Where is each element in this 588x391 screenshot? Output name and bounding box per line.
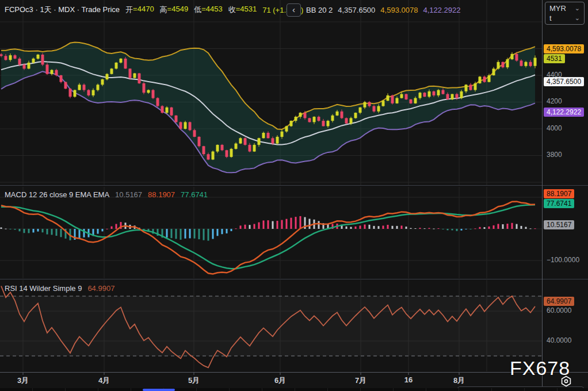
- bb-indicator-row: ‹ BB 20 2 4,357.6500 4,593.0078 4,122.29…: [287, 3, 461, 17]
- bb-upper-value: 4,593.0078: [380, 6, 418, 14]
- macd-line-value: 88.1907: [148, 190, 175, 199]
- scrollbar-thumb[interactable]: [143, 389, 175, 391]
- price-axis[interactable]: 44004200400038004,593.007845314,357.6500…: [543, 0, 588, 388]
- ohlc-pair: 开=4470: [125, 5, 154, 15]
- chevron-down-icon: ⌄: [575, 15, 580, 21]
- bottom-toolbar-strip: [0, 388, 588, 391]
- time-label-4月: 4月: [98, 375, 110, 386]
- trading-chart-app: FCPOc3 · 1天 · MDX · Trade Price 开=4470高=…: [0, 0, 588, 391]
- symbol-title[interactable]: FCPOc3 · 1天 · MDX · Trade Price: [5, 5, 120, 15]
- price-axis-tick: 4000: [547, 124, 562, 132]
- ohlc-pair: 高=4549: [160, 5, 189, 15]
- ohlc-value: =4470: [133, 5, 154, 15]
- ohlc-value: =4531: [236, 5, 257, 15]
- price-axis-tick: 3800: [547, 151, 562, 159]
- price-axis-tick: 60.0000: [547, 306, 571, 315]
- ohlc-label: 开: [125, 5, 133, 15]
- time-label-6月: 6月: [274, 375, 286, 386]
- bb-indicator-label[interactable]: BB 20 2: [306, 6, 333, 14]
- divider-main-macd: [0, 185, 588, 186]
- rsi-indicator-label[interactable]: RSI 14 Wilder Simple 9: [5, 284, 82, 293]
- last-price-badge: 4531: [544, 54, 565, 63]
- chevron-down-icon: ⌄: [575, 5, 580, 12]
- price-axis-tick: 40.0000: [547, 336, 571, 344]
- macd-indicator-header: MACD 12 26 close 9 EMA EMA 10.5167 88.19…: [5, 190, 208, 199]
- hexagon-logo-icon: [560, 375, 572, 388]
- time-axis[interactable]: 3月4月5月6月7月168月: [0, 372, 542, 388]
- chevron-left-icon: ‹: [292, 5, 295, 14]
- bb-basis-badge: 4,357.6500: [544, 77, 584, 86]
- macd-hist-value: 10.5167: [115, 190, 142, 199]
- rsi-badge: 64.9907: [544, 297, 574, 306]
- price-axis-tick: −100.0000: [547, 256, 579, 264]
- time-label-7月: 7月: [355, 375, 366, 386]
- unit-dropdown[interactable]: t ⌄: [549, 14, 580, 22]
- ohlc-label: 高: [160, 5, 167, 15]
- bb-upper-badge: 4,593.0078: [544, 44, 584, 53]
- ohlc-value: =4549: [167, 5, 189, 15]
- rsi-value: 64.9907: [87, 284, 114, 293]
- time-label-8月: 8月: [453, 375, 465, 386]
- ohlc-values: 开=4470高=4549低=4453收=4531: [125, 5, 257, 15]
- macd-hist-badge: 10.5167: [544, 220, 574, 229]
- price-axis-tick: 4200: [547, 97, 562, 105]
- currency-unit-selector: MYR ⌄ t ⌄: [545, 2, 585, 25]
- chart-header: FCPOc3 · 1天 · MDX · Trade Price 开=4470高=…: [5, 5, 303, 15]
- ohlc-value: =4453: [201, 5, 223, 15]
- time-label-3月: 3月: [17, 375, 29, 386]
- time-label-5月: 5月: [188, 375, 200, 386]
- ohlc-pair: 低=4453: [194, 5, 223, 15]
- currency-value: MYR: [549, 4, 566, 13]
- bb-lower-badge: 4,122.2922: [544, 108, 584, 117]
- ohlc-pair: 收=4531: [228, 5, 257, 15]
- macd-signal-value: 77.6741: [181, 190, 208, 199]
- macd-line-badge: 88.1907: [544, 189, 574, 198]
- bb-lower-value: 4,122.2922: [423, 6, 460, 14]
- time-label-16: 16: [404, 375, 413, 384]
- macd-signal-badge: 77.6741: [544, 199, 574, 208]
- back-button[interactable]: ‹: [287, 3, 301, 17]
- unit-value: t: [549, 14, 552, 22]
- rsi-indicator-header: RSI 14 Wilder Simple 9 64.9907: [5, 284, 114, 293]
- ohlc-label: 低: [194, 5, 201, 15]
- divider-macd-rsi: [0, 279, 588, 279]
- macd-indicator-label[interactable]: MACD 12 26 close 9 EMA EMA: [5, 190, 109, 199]
- ohlc-label: 收: [228, 5, 236, 15]
- bb-basis-value: 4,357.6500: [338, 6, 375, 14]
- currency-dropdown[interactable]: MYR ⌄: [549, 4, 580, 13]
